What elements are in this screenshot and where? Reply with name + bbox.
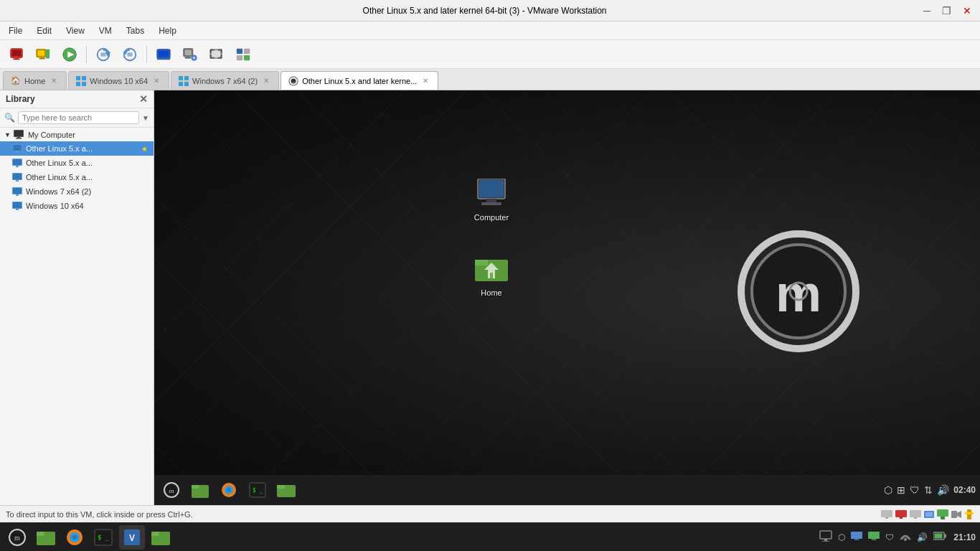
library-item-1[interactable]: Other Linux 5.x a... (0, 156, 154, 170)
suspend-button[interactable] (31, 44, 55, 65)
svg-rect-43 (14, 131, 23, 136)
vm-taskbar-terminal[interactable]: $ _ (245, 478, 270, 502)
status-vm-icon-2 (895, 510, 907, 519)
tab-linux-active[interactable]: m Other Linux 5.x and later kerne... ✕ (281, 71, 438, 90)
svg-rect-67 (479, 180, 504, 197)
vm-screen-icon: ⊞ (897, 484, 905, 496)
tab-win7-icon (179, 76, 189, 86)
status-audio-icon (951, 509, 961, 519)
home-icon: 🏠 (11, 76, 21, 86)
host-mint-button[interactable]: m (4, 525, 30, 550)
svg-rect-121 (872, 539, 876, 540)
vm-taskbar-folder[interactable] (273, 478, 299, 502)
svg-rect-124 (944, 534, 946, 538)
svg-point-122 (904, 538, 907, 541)
vm-taskbar-file-manager[interactable] (187, 478, 213, 502)
menu-vm[interactable]: VM (93, 24, 118, 37)
status-vm-icon-1 (881, 510, 892, 519)
settings-button[interactable] (178, 44, 202, 65)
vm-taskbar-firefox[interactable] (216, 478, 242, 502)
host-firefox[interactable] (62, 525, 88, 550)
svg-rect-35 (179, 76, 183, 80)
library-close-button[interactable]: ✕ (139, 93, 148, 105)
resume-button[interactable] (57, 44, 82, 65)
host-shield-icon: 🛡 (884, 531, 895, 544)
svg-rect-120 (868, 532, 880, 539)
tab-linux-label: Other Linux 5.x and later kerne... (302, 77, 417, 85)
host-folder[interactable] (148, 525, 174, 550)
svg-rect-38 (184, 82, 189, 86)
close-button[interactable]: ✕ (960, 5, 974, 17)
library-group-my-computer[interactable]: ▼ My Computer (0, 128, 154, 141)
library-item-label-4: Windows 10 x64 (26, 202, 84, 210)
svg-rect-89 (895, 510, 907, 517)
tab-home-close[interactable]: ✕ (49, 76, 59, 85)
chevron-down-icon: ▼ (4, 131, 11, 138)
vm-shield-icon: 🛡 (910, 484, 920, 496)
menu-edit[interactable]: Edit (31, 24, 57, 37)
menu-file[interactable]: File (3, 24, 28, 37)
host-vm-icon-1 (849, 530, 864, 544)
svg-rect-31 (76, 76, 80, 80)
fullscreen-button[interactable] (204, 44, 229, 65)
tab-home-label: Home (24, 77, 45, 85)
host-volume-icon: 🔊 (915, 531, 929, 544)
library-search-input[interactable] (18, 111, 139, 124)
svg-rect-90 (900, 517, 903, 519)
tab-linux-close[interactable]: ✕ (420, 76, 430, 85)
tab-windows10[interactable]: Windows 10 x64 ✕ (68, 71, 169, 90)
unity-button[interactable] (231, 44, 255, 65)
desktop-icon-home[interactable]: Home (463, 248, 520, 300)
tab-win10-label: Windows 10 x64 (90, 77, 148, 85)
window-controls: ─ ❐ ✕ (920, 5, 974, 17)
tab-windows7[interactable]: Windows 7 x64 (2) ✕ (171, 71, 279, 90)
svg-rect-48 (16, 151, 19, 153)
status-network-icon (937, 509, 948, 519)
svg-text:$ _: $ _ (98, 534, 110, 541)
revert-button[interactable] (118, 44, 142, 65)
tab-win10-icon (76, 76, 86, 86)
computer-icon (14, 130, 25, 139)
host-file-manager[interactable] (33, 525, 59, 550)
svg-rect-53 (13, 174, 22, 179)
svg-text:m: m (776, 265, 821, 322)
svg-rect-105 (37, 532, 44, 536)
svg-rect-1 (12, 50, 22, 56)
tab-home[interactable]: 🏠 Home ✕ (3, 71, 67, 90)
search-icon: 🔍 (4, 113, 15, 123)
console-button[interactable] (151, 44, 176, 65)
power-button[interactable] (4, 44, 29, 65)
library-panel: Library ✕ 🔍 ▼ ▼ My Computer (0, 90, 154, 505)
host-vmware-button[interactable]: V (119, 525, 145, 550)
svg-rect-69 (481, 202, 501, 205)
svg-rect-50 (13, 159, 22, 165)
toolbar-separator-2 (146, 46, 147, 63)
search-dropdown-button[interactable]: ▼ (142, 114, 149, 122)
menu-tabs[interactable]: Tabs (121, 24, 150, 37)
restore-button[interactable]: ❐ (939, 5, 954, 17)
svg-rect-22 (185, 57, 191, 58)
host-terminal[interactable]: $ _ (90, 525, 116, 550)
svg-rect-87 (881, 510, 892, 517)
svg-rect-74 (490, 273, 493, 278)
library-item-3[interactable]: Windows 7 x64 (2) (0, 184, 154, 199)
library-item-4[interactable]: Windows 10 x64 (0, 199, 154, 213)
svg-rect-36 (184, 76, 189, 80)
svg-rect-60 (16, 209, 19, 210)
tab-win10-close[interactable]: ✕ (151, 76, 161, 85)
minimize-button[interactable]: ─ (920, 5, 933, 17)
svg-text:$ _: $ _ (253, 487, 263, 494)
menu-view[interactable]: View (60, 24, 90, 37)
vm-taskbar-mint-button[interactable]: m (159, 478, 184, 502)
desktop-icon-computer[interactable]: Computer (463, 173, 520, 225)
library-item-label-2: Other Linux 5.x a... (26, 173, 93, 182)
vm-desktop[interactable]: m Computer (154, 90, 980, 505)
menu-help[interactable]: Help (153, 24, 182, 37)
vm-viewport[interactable]: m Computer (154, 90, 980, 505)
snapshot-button[interactable] (91, 44, 116, 65)
tab-win7-close[interactable]: ✕ (261, 76, 271, 85)
library-item-0[interactable]: Other Linux 5.x a... ★ (0, 141, 154, 156)
tab-linux-icon: m (288, 76, 298, 86)
status-usb-icon (964, 509, 974, 519)
library-item-2[interactable]: Other Linux 5.x a... (0, 170, 154, 184)
